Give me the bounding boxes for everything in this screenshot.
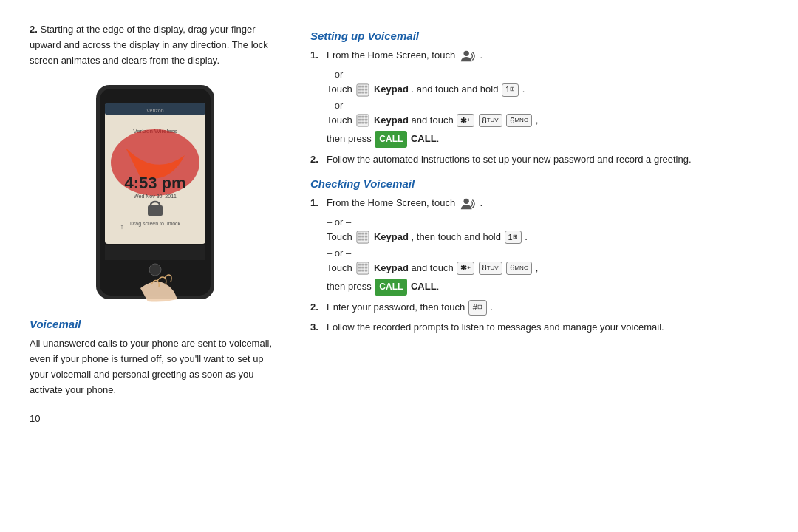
check-step3: 3. Follow the recorded prompts to listen… [310, 320, 768, 335]
check-touch-keypad-2: Touch Keypad and touch ✱ + 8 TUV [327, 261, 768, 276]
check-and-touch: and touch [412, 262, 457, 273]
svg-rect-30 [365, 116, 368, 118]
check-step2-num: 2. [310, 300, 327, 316]
svg-rect-52 [358, 267, 361, 269]
svg-rect-51 [365, 264, 368, 266]
check-touch-keypad-1: Touch Keypad , then touch and hold 1 ⊞ [327, 230, 768, 245]
setup-step1: 1. From the Home Screen, touch . [310, 48, 768, 64]
call-button-2: CALL [375, 279, 407, 296]
svg-rect-45 [358, 239, 361, 241]
star-key: ✱ + [457, 114, 474, 127]
svg-rect-33 [365, 119, 368, 121]
keypad-and-touch-bold: Keypad [374, 115, 409, 126]
setup-step2: 2. Follow the automated instructions to … [310, 152, 768, 167]
step1-num: 1. [310, 48, 327, 64]
svg-point-16 [463, 51, 468, 56]
check-key-1: 1 ⊞ [505, 231, 522, 244]
svg-point-15 [149, 264, 161, 276]
then-touch-hold: , then touch and hold [412, 231, 504, 242]
check-keypad-bold-2: Keypad [374, 262, 409, 273]
right-column: Setting up Voicemail 1. From the Home Sc… [310, 22, 768, 424]
left-column: 2. Starting at the edge of the display, … [30, 22, 281, 424]
check-key-6: 6 MNO [506, 262, 532, 275]
check-step2-text: Enter your password, then touch # ⊞ . [327, 300, 493, 316]
step2-intro: 2. Starting at the edge of the display, … [30, 22, 281, 68]
voicemail-title: Voicemail [30, 318, 281, 330]
svg-rect-22 [362, 88, 365, 90]
svg-rect-47 [365, 239, 368, 241]
setting-up-voicemail-title: Setting up Voicemail [310, 30, 768, 42]
svg-rect-57 [365, 270, 368, 272]
svg-rect-19 [362, 85, 365, 87]
check-star-key: ✱ + [457, 262, 474, 275]
call-button-1: CALL [375, 131, 407, 148]
keypad-icon-3 [356, 231, 369, 244]
then-press-call-2: then press CALL CALL. [327, 279, 768, 296]
or-line-4: – or – [327, 248, 768, 259]
svg-rect-44 [365, 236, 368, 238]
svg-rect-29 [362, 116, 365, 118]
step1-from-home: From the Home Screen, touch . [327, 48, 482, 64]
svg-rect-43 [362, 236, 365, 238]
keypad-icon-2 [356, 114, 369, 127]
step-number: 2. [30, 24, 38, 35]
touch-keypad-1: Touch Keypad . and touch and hold [327, 82, 768, 98]
keypad-icon-4 [356, 262, 369, 275]
check-step1-text: From the Home Screen, touch . [327, 196, 482, 212]
step2-num: 2. [310, 152, 327, 167]
svg-text:Drag screen to unlock: Drag screen to unlock [130, 221, 181, 227]
check-step1: 1. From the Home Screen, touch . [310, 196, 768, 212]
phone-container: Verizon Verizon Wireless 4:53 pm Wed Nov… [30, 81, 281, 303]
svg-rect-50 [362, 264, 365, 266]
svg-rect-20 [365, 85, 368, 87]
svg-text:4:53 pm: 4:53 pm [124, 174, 185, 192]
phone-image: Verizon Verizon Wireless 4:53 pm Wed Nov… [81, 81, 229, 303]
svg-rect-56 [362, 270, 365, 272]
call-text-1: CALL [411, 133, 437, 144]
then-press-call-1: then press CALL CALL. [327, 131, 768, 148]
svg-rect-46 [362, 239, 365, 241]
svg-rect-28 [358, 116, 361, 118]
svg-rect-21 [358, 88, 361, 90]
svg-rect-24 [358, 91, 361, 93]
key-6: 6 MNO [506, 114, 532, 127]
call-text-2: CALL [411, 281, 437, 292]
svg-rect-40 [362, 233, 365, 235]
svg-rect-39 [358, 233, 361, 235]
svg-text:Wed Nov 30, 2011: Wed Nov 30, 2011 [134, 194, 177, 199]
svg-rect-31 [358, 119, 361, 121]
svg-rect-55 [358, 270, 361, 272]
svg-rect-49 [358, 264, 361, 266]
check-step2: 2. Enter your password, then touch # ⊞ . [310, 300, 768, 316]
check-step3-num: 3. [310, 320, 327, 335]
svg-rect-41 [365, 233, 368, 235]
svg-rect-34 [358, 122, 361, 124]
svg-rect-54 [365, 267, 368, 269]
key-8: 8 TUV [479, 114, 502, 127]
svg-point-37 [463, 199, 468, 204]
check-key-8: 8 TUV [479, 262, 502, 275]
or-line-1: – or – [327, 69, 768, 80]
voicemail-desc: All unanswered calls to your phone are s… [30, 336, 281, 398]
and-touch-text: and touch [412, 115, 457, 126]
svg-rect-36 [365, 122, 368, 124]
svg-text:Verizon: Verizon [146, 108, 163, 113]
touch-keypad-2: Touch Keypad and touch ✱ + 8 TUV [327, 113, 768, 129]
svg-rect-14 [105, 245, 205, 260]
svg-rect-23 [365, 88, 368, 90]
svg-rect-42 [358, 236, 361, 238]
or-line-3: – or – [327, 216, 768, 228]
or-line-2: – or – [327, 100, 768, 111]
svg-rect-26 [365, 91, 368, 93]
svg-rect-25 [362, 91, 365, 93]
svg-rect-32 [362, 119, 365, 121]
step2-follow-text: Follow the automated instructions to set… [327, 152, 692, 167]
key-1-btn: 1 ⊞ [502, 83, 519, 97]
keypad-label-bold: Keypad [374, 83, 409, 95]
checking-voicemail-title: Checking Voicemail [310, 177, 768, 190]
page-layout: 2. Starting at the edge of the display, … [30, 22, 768, 424]
svg-text:↑: ↑ [120, 222, 124, 231]
step2-text: Starting at the edge of the display, dra… [30, 24, 268, 66]
contact-icon [460, 48, 476, 64]
check-step3-text: Follow the recorded prompts to listen to… [327, 320, 664, 335]
